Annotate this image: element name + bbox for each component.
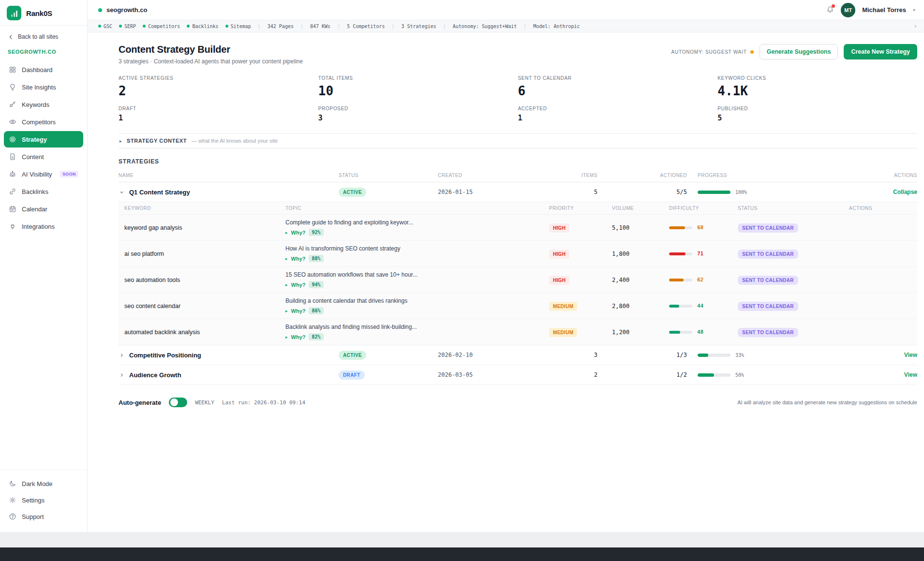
strategy-context-toggle[interactable]: ▸ STRATEGY CONTEXT — what the AI knows a… (119, 133, 917, 148)
keyword-row[interactable]: keyword gap analysis Complete guide to f… (119, 215, 917, 241)
difficulty-value: 44 (697, 303, 703, 309)
target-icon (9, 135, 16, 143)
difficulty-bar (669, 279, 684, 281)
sidebar-item-integrations[interactable]: Integrations (4, 218, 83, 235)
auto-generate-toggle[interactable] (169, 398, 187, 407)
topic-title: 15 SEO automation workflows that save 10… (285, 271, 549, 278)
back-label: Back to all sites (18, 33, 58, 40)
moon-icon (9, 480, 16, 487)
dark-mode-toggle-item[interactable]: Dark Mode (4, 476, 83, 491)
sidebar-item-backlinks[interactable]: Backlinks (4, 183, 83, 200)
strategy-name: Competitive Positioning (129, 352, 201, 359)
sidebar-item-keywords[interactable]: Keywords (4, 96, 83, 113)
difficulty-value: 71 (697, 251, 703, 257)
gear-icon (9, 496, 16, 504)
view-link[interactable]: View (847, 352, 917, 358)
keyword-status-badge: SENT TO CALENDAR (738, 328, 798, 337)
nav-label: Settings (22, 497, 45, 504)
nav-label: AI Visibility (22, 171, 52, 178)
notifications-button[interactable] (826, 5, 834, 15)
strategy-row[interactable]: Q1 Content Strategy ACTIVE 2026-01-15 5 … (119, 182, 917, 202)
nav-label: Calendar (22, 206, 47, 213)
confidence-badge: 88% (309, 255, 323, 262)
keyword-row[interactable]: ai seo platform How AI is transforming S… (119, 241, 917, 267)
sidebar-item-dashboard[interactable]: Dashboard (4, 61, 83, 78)
sidebar-item-calendar[interactable]: Calendar (4, 201, 83, 217)
chevron-down-icon[interactable] (119, 189, 125, 195)
stat-sent-to-calendar: SENT TO CALENDAR6 (518, 75, 718, 98)
help-circle-icon (9, 513, 16, 520)
lightbulb-icon (9, 83, 16, 91)
keyword-row[interactable]: seo automation tools 15 SEO automation w… (119, 267, 917, 293)
strategy-row[interactable]: Competitive Positioning ACTIVE 2026-02-1… (119, 345, 917, 365)
progress-bar (698, 373, 714, 377)
sidebar-item-competitors[interactable]: Competitors (4, 114, 83, 130)
settings-item[interactable]: Settings (4, 492, 83, 508)
support-item[interactable]: Support (4, 509, 83, 524)
collapse-link[interactable]: Collapse (847, 189, 917, 195)
source-sitemap: Sitemap (225, 24, 251, 29)
progress-percent: 33% (735, 353, 744, 358)
keyword-row[interactable]: seo content calendar Building a content … (119, 293, 917, 319)
chevron-down-icon[interactable]: ▾ (913, 7, 915, 13)
items-count: 3 (554, 352, 597, 358)
sidebar-item-ai-visibility[interactable]: AI Visibility SOON (4, 166, 83, 182)
divider (391, 24, 394, 29)
why-toggle[interactable]: ▸ Why? 88% (285, 255, 549, 262)
why-toggle[interactable]: ▸ Why? 94% (285, 281, 549, 288)
document-icon (9, 153, 16, 161)
autonomy-status: AUTONOMY: SUGGEST WAIT (671, 49, 753, 55)
frequency-label: WEEKLY (195, 399, 214, 406)
actioned-count: 1/2 (597, 371, 687, 378)
difficulty-bar (669, 252, 686, 255)
topic-title: Backlink analysis and finding missed lin… (285, 324, 549, 330)
generate-suggestions-button[interactable]: Generate Suggestions (760, 44, 838, 59)
divider (337, 24, 340, 29)
stat-active-strategies: ACTIVE STRATEGIES2 (119, 75, 318, 98)
statusbar-expand-icon[interactable]: › (914, 23, 917, 30)
keyword-status-badge: SENT TO CALENDAR (738, 250, 798, 259)
grid-icon (9, 66, 16, 74)
notification-badge-dot (832, 4, 835, 8)
why-toggle[interactable]: ▸ Why? 82% (285, 333, 549, 340)
stat-draft: DRAFT1 (119, 106, 318, 122)
toggle-knob (170, 399, 178, 406)
difficulty-cell: 71 (665, 251, 738, 257)
why-toggle[interactable]: ▸ Why? 92% (285, 229, 549, 236)
status-badge: DRAFT (339, 370, 365, 380)
strategies-section-label: STRATEGIES (119, 158, 917, 165)
stat-proposed: PROPOSED3 (318, 106, 518, 122)
difficulty-value: 68 (697, 224, 703, 231)
sidebar-item-site-insights[interactable]: Site Insights (4, 79, 83, 95)
keyword-name: ai seo platform (119, 251, 285, 257)
chevron-right-icon[interactable] (119, 372, 125, 378)
avatar[interactable]: MT (841, 3, 855, 17)
created-date: 2026-01-15 (438, 189, 554, 195)
create-new-strategy-button[interactable]: Create New Strategy (844, 44, 917, 59)
link-icon (9, 188, 16, 195)
page-subtitle: 3 strategies · Context-loaded AI agents … (119, 58, 303, 65)
caret-right-icon: ▸ (285, 256, 288, 261)
keyword-row[interactable]: automated backlink analysis Backlink ana… (119, 319, 917, 345)
back-to-all-sites-link[interactable]: Back to all sites (0, 26, 87, 42)
sidebar-item-strategy[interactable]: Strategy (4, 131, 83, 148)
source-backlinks: Backlinks (187, 24, 218, 29)
difficulty-cell: 62 (665, 277, 738, 283)
main-area: seogrowth.co MT Michael Torres ▾ GSC SER… (88, 0, 924, 532)
strategy-row[interactable]: Audience Growth DRAFT 2026-03-05 2 1/2 5… (119, 365, 917, 385)
status-badge: ACTIVE (339, 188, 366, 197)
priority-badge: HIGH (549, 223, 569, 233)
difficulty-bar (669, 305, 679, 308)
keyword-status-badge: SENT TO CALENDAR (738, 302, 798, 311)
view-link[interactable]: View (847, 371, 917, 378)
difficulty-bar (669, 226, 685, 229)
soon-badge: SOON (60, 171, 78, 177)
context-hint: — what the AI knows about your site (192, 138, 278, 144)
nav-label: Competitors (22, 118, 56, 126)
stat-keywords: 847 KWs (310, 24, 330, 29)
nav-label: Dashboard (22, 66, 53, 74)
why-toggle[interactable]: ▸ Why? 86% (285, 307, 549, 314)
chevron-right-icon[interactable] (119, 352, 125, 358)
sidebar-item-content[interactable]: Content (4, 148, 83, 165)
caret-right-icon: ▸ (119, 138, 122, 144)
